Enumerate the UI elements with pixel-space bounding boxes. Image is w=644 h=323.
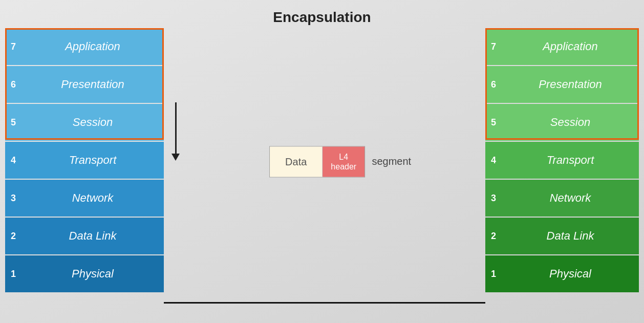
layer-label: Session [22, 104, 164, 141]
layer-label: Application [22, 28, 164, 65]
layer-label: Network [502, 180, 639, 217]
layer-label: Presentation [22, 66, 164, 103]
layer-number: 6 [5, 66, 22, 103]
left-layer-row: 4Transport [5, 142, 164, 179]
right-layer-row: 3Network [485, 180, 639, 217]
segment-label: segment [372, 156, 411, 167]
right-layer-row: 6Presentation [485, 66, 639, 103]
layer-label: Data Link [22, 218, 164, 254]
layer-number: 7 [5, 28, 22, 65]
segment-data: Data [270, 146, 323, 177]
right-layer-row: 7Application [485, 28, 639, 65]
layer-number: 5 [5, 104, 22, 141]
layer-label: Presentation [502, 66, 639, 103]
layer-label: Network [22, 180, 164, 217]
layer-number: 2 [485, 218, 502, 254]
layer-number: 3 [485, 180, 502, 217]
left-layer-row: 6Presentation [5, 66, 164, 103]
segment-boxes: Data L4header [269, 146, 365, 177]
left-osi-stack: 7Application6Presentation5Session4Transp… [5, 28, 164, 293]
left-layer-row: 3Network [5, 180, 164, 217]
layer-number: 3 [5, 180, 22, 217]
layer-number: 7 [485, 28, 502, 65]
layer-label: Transport [22, 142, 164, 179]
arrow-line [175, 102, 177, 154]
left-layer-row: 2Data Link [5, 218, 164, 254]
layer-label: Data Link [502, 218, 639, 254]
physical-connection-line [164, 302, 485, 304]
left-layer-row: 7Application [5, 28, 164, 65]
down-arrow [171, 102, 180, 161]
layer-label: Application [502, 28, 639, 65]
layer-label: Physical [502, 255, 639, 292]
layer-number: 4 [5, 142, 22, 179]
right-layer-row: 1Physical [485, 255, 639, 292]
right-layer-row: 5Session [485, 104, 639, 141]
arrow-head [171, 154, 180, 161]
segment-container: Data L4header segment [269, 146, 365, 177]
right-osi-stack: 7Application6Presentation5Session4Transp… [485, 28, 639, 293]
page-title: Encapsulation [273, 4, 371, 26]
layer-number: 1 [5, 255, 22, 292]
layer-number: 1 [485, 255, 502, 292]
layer-number: 5 [485, 104, 502, 141]
layer-number: 2 [5, 218, 22, 254]
layer-label: Session [502, 104, 639, 141]
layer-number: 6 [485, 66, 502, 103]
left-layer-row: 1Physical [5, 255, 164, 292]
right-layer-row: 4Transport [485, 142, 639, 179]
layer-number: 4 [485, 142, 502, 179]
segment-header: L4header [323, 146, 364, 177]
layer-label: Physical [22, 255, 164, 292]
left-layer-row: 5Session [5, 104, 164, 141]
right-layer-row: 2Data Link [485, 218, 639, 254]
layer-label: Transport [502, 142, 639, 179]
